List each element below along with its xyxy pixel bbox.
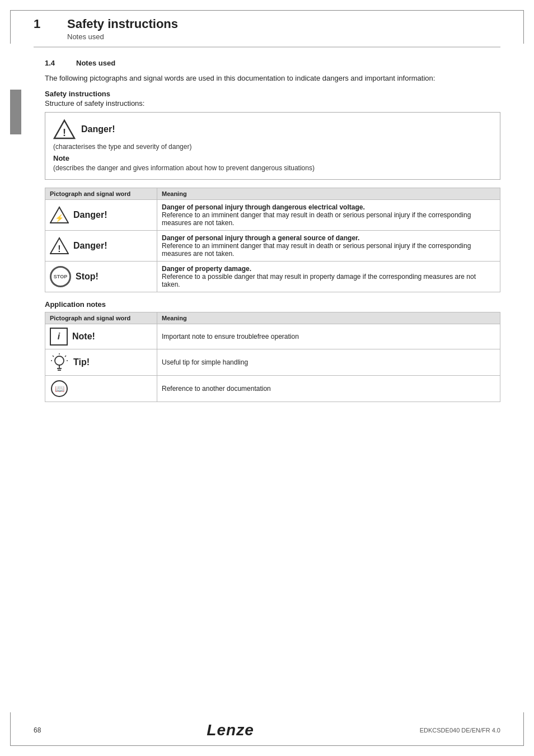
chapter-number: 1 [34, 17, 56, 31]
safety-row1-icon-cell: ⚡ Danger! [45, 200, 157, 231]
safety-row2-signal: Danger! [73, 241, 107, 251]
main-content: 1.4 Notes used The following pictographs… [45, 59, 500, 402]
table-row: ! Danger! Danger of personal injury thro… [45, 231, 500, 262]
table-row: Tip! Useful tip for simple handling [45, 349, 500, 376]
chapter-title: Safety instructions [67, 17, 178, 31]
danger-box-title: Danger! [81, 124, 115, 134]
safety-row2-rest: Reference to an imminent danger that may… [162, 242, 471, 258]
page-border-left-top [10, 10, 11, 44]
safety-row1-meaning: Danger of personal injury through danger… [157, 200, 500, 231]
app-row1-meaning: Important note to ensure troublefree ope… [157, 324, 500, 349]
safety-row2-bold: Danger of personal injury through a gene… [162, 234, 359, 242]
danger-box-subtitle: (characterises the type and severity of … [53, 143, 492, 151]
page-border-right-top [523, 10, 524, 44]
general-danger-icon: ! [50, 236, 69, 255]
safety-row1-rest: Reference to an imminent danger that may… [162, 211, 471, 227]
table-row: STOP Stop! Danger of property damage. Re… [45, 262, 500, 292]
doc-code: EDKCSDE040 DE/EN/FR 4.0 [420, 727, 500, 734]
app-row1-icon-cell: i Note! [45, 324, 157, 349]
section-title: Notes used [76, 59, 115, 67]
app-row2-signal: Tip! [73, 357, 90, 367]
section-number: 1.4 [45, 59, 67, 67]
chapter-subtitle: Notes used [67, 32, 500, 41]
page-border-bottom [10, 745, 524, 746]
page-footer: 68 Lenze EDKCSDE040 DE/EN/FR 4.0 [34, 721, 500, 739]
application-table: Pictograph and signal word Meaning i Not… [45, 312, 500, 402]
app-row3-icon-cell: 📖 [45, 376, 157, 402]
table-row: ⚡ Danger! Danger of personal injury thro… [45, 200, 500, 231]
application-notes-title: Application notes [45, 300, 500, 309]
app-row1-signal: Note! [72, 332, 95, 342]
svg-text:📖: 📖 [55, 384, 65, 394]
safety-row3-meaning: Danger of property damage. Reference to … [157, 262, 500, 292]
safety-row2-meaning: Danger of personal injury through a gene… [157, 231, 500, 262]
safety-row1-signal: Danger! [73, 210, 107, 220]
stop-icon: STOP [50, 266, 71, 287]
safety-col1-header: Pictograph and signal word [45, 188, 157, 200]
app-col1-header: Pictograph and signal word [45, 312, 157, 324]
safety-col2-header: Meaning [157, 188, 500, 200]
page-header: 1 Safety instructions Notes used [34, 17, 500, 48]
danger-example-box: ! Danger! (characterises the type and se… [45, 112, 500, 180]
page-border-top [10, 10, 524, 11]
table-row: 📖 Reference to another documentation [45, 376, 500, 402]
safety-instructions-label: Safety instructions [45, 90, 500, 98]
tip-icon [50, 353, 69, 372]
svg-text:⚡: ⚡ [55, 213, 64, 223]
note-text: (describes the danger and gives informat… [53, 164, 492, 173]
lenze-logo: Lenze [207, 721, 254, 739]
section-header: 1.4 Notes used [45, 59, 500, 67]
page-border-right-bottom [523, 712, 524, 746]
safety-row3-icon-cell: STOP Stop! [45, 262, 157, 292]
note-label: Note [53, 154, 492, 162]
danger-triangle-icon: ! [53, 118, 76, 141]
reference-icon: 📖 [50, 379, 69, 398]
app-col2-header: Meaning [157, 312, 500, 324]
safety-row2-icon-cell: ! Danger! [45, 231, 157, 262]
safety-table: Pictograph and signal word Meaning ⚡ Dan… [45, 188, 500, 292]
svg-point-6 [55, 356, 64, 365]
page-number: 68 [34, 726, 41, 734]
svg-line-12 [53, 356, 54, 357]
svg-text:!: ! [58, 244, 60, 254]
svg-text:!: ! [63, 127, 66, 138]
section-body: The following pictographs and signal wor… [45, 73, 500, 402]
intro-text: The following pictographs and signal wor… [45, 73, 500, 84]
svg-line-11 [65, 356, 66, 357]
electric-danger-icon: ⚡ [50, 206, 69, 225]
structure-label: Structure of safety instructions: [45, 99, 500, 108]
app-row3-meaning: Reference to another documentation [157, 376, 500, 402]
app-row2-icon-cell: Tip! [45, 349, 157, 376]
app-row2-meaning: Useful tip for simple handling [157, 349, 500, 376]
safety-row3-rest: Reference to a possible danger that may … [162, 273, 476, 288]
danger-box-header: ! Danger! [53, 118, 492, 141]
safety-row3-bold: Danger of property damage. [162, 265, 251, 273]
page-border-left-bottom [10, 712, 11, 746]
safety-row1-bold: Danger of personal injury through danger… [162, 203, 365, 211]
left-accent-bar [10, 90, 21, 134]
note-icon: i [50, 328, 68, 346]
safety-row3-signal: Stop! [76, 272, 99, 282]
table-row: i Note! Important note to ensure trouble… [45, 324, 500, 349]
